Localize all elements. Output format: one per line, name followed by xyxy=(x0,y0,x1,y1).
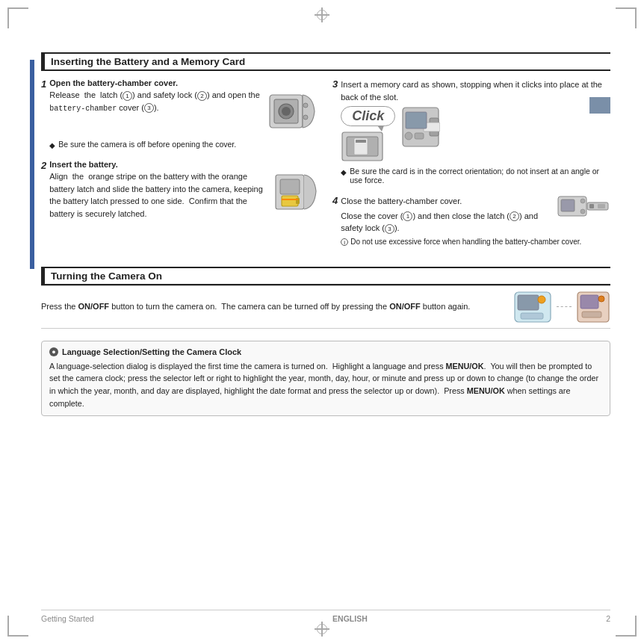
footer-center: ENGLISH xyxy=(332,614,368,623)
svg-rect-34 xyxy=(580,295,598,309)
step2-block: 2 Insert the battery. Align the orange s… xyxy=(41,160,319,220)
step1-camera-image xyxy=(268,89,319,137)
step4-circ3: 3 xyxy=(385,224,394,234)
step4-block: 4 Close the battery-chamber cover. Close… xyxy=(332,195,610,246)
left-accent-bar xyxy=(30,60,34,269)
section2-heading: Turning the Camera On xyxy=(45,268,168,284)
svg-rect-30 xyxy=(518,295,539,310)
col-right: 3 Insert a memory card as shown, stoppin… xyxy=(332,78,610,256)
step4-circ1: 1 xyxy=(403,211,412,221)
diamond-icon1: ◆ xyxy=(49,141,55,149)
step3-title: Insert a memory card as shown, stopping … xyxy=(341,78,610,103)
svg-rect-11 xyxy=(282,199,298,200)
info-box-body: A language-selection dialog is displayed… xyxy=(49,360,602,410)
svg-rect-8 xyxy=(280,179,300,194)
step2-text: Align the orange stripe on the battery w… xyxy=(49,170,268,220)
svg-point-3 xyxy=(282,107,291,116)
svg-rect-28 xyxy=(598,204,605,208)
corner-mark-bl xyxy=(7,616,28,637)
circ2: 2 xyxy=(197,91,207,101)
info-icon: ● xyxy=(49,347,58,356)
step3-visual: Click xyxy=(341,106,610,164)
svg-point-25 xyxy=(580,209,585,214)
onoff-bold1: ON/OFF xyxy=(78,302,110,311)
svg-point-20 xyxy=(405,132,412,140)
step2-title: Insert the battery. xyxy=(49,160,319,169)
svg-point-24 xyxy=(580,199,585,203)
footer: Getting Started ENGLISH 2 xyxy=(41,610,610,623)
step4-body: Close the cover (1) and then close the l… xyxy=(341,210,551,235)
svg-rect-15 xyxy=(356,140,366,143)
circ1: 1 xyxy=(123,91,132,101)
step1-text: Release the latch (1) and safety lock (2… xyxy=(49,89,262,114)
bottom-cross xyxy=(315,622,329,637)
section1-heading: Inserting the Battery and a Memory Card xyxy=(45,54,251,69)
svg-rect-19 xyxy=(406,112,427,129)
step1-title: Open the battery-chamber cover. xyxy=(49,78,319,87)
svg-point-5 xyxy=(303,103,308,108)
step4-title: Close the battery-chamber cover. xyxy=(341,195,551,208)
step1-number: 1 xyxy=(41,78,46,90)
turn-on-content: Press the ON/OFF button to turn the came… xyxy=(41,285,610,329)
step2-number: 2 xyxy=(41,160,46,171)
step1-block: 1 Open the battery-chamber cover. Releas… xyxy=(41,78,319,149)
svg-point-6 xyxy=(303,115,308,120)
onoff-bold2: ON/OFF xyxy=(389,302,421,311)
turn-on-section: Turning the Camera On Press the ON/OFF b… xyxy=(41,267,610,329)
footer-left: Getting Started xyxy=(41,614,94,623)
page-content: Inserting the Battery and a Memory Card … xyxy=(41,52,610,599)
svg-rect-21 xyxy=(415,133,424,139)
step1-bullet: ◆ Be sure the camera is off before openi… xyxy=(49,140,319,149)
battery-chamber-mono: battery-chamber xyxy=(49,105,117,113)
corner-mark-tl xyxy=(7,7,28,28)
diamond-icon3: ◆ xyxy=(341,168,347,176)
step2-battery-image xyxy=(274,170,319,215)
svg-point-35 xyxy=(598,296,604,302)
svg-rect-23 xyxy=(561,199,575,211)
step1-content: Release the latch (1) and safety lock (2… xyxy=(49,89,319,137)
step4-number: 4 xyxy=(332,195,338,206)
step4-circ2: 2 xyxy=(510,211,519,221)
steps-layout: 1 Open the battery-chamber cover. Releas… xyxy=(41,78,610,256)
footer-page: 2 xyxy=(606,614,610,623)
col-left: 1 Open the battery-chamber cover. Releas… xyxy=(41,78,319,256)
turn-on-text: Press the ON/OFF button to turn the came… xyxy=(41,300,504,314)
corner-mark-tr xyxy=(616,7,637,28)
step3-number: 3 xyxy=(332,78,338,90)
step2-content: Align the orange stripe on the battery w… xyxy=(49,170,319,220)
step3-block: 3 Insert a memory card as shown, stoppin… xyxy=(332,78,610,185)
svg-rect-9 xyxy=(282,196,298,206)
info-box-title: ● Language Selection/Setting the Camera … xyxy=(49,347,602,356)
circ3: 3 xyxy=(144,103,154,113)
click-bubble: Click xyxy=(341,106,395,126)
step4-note: i Do not use excessive force when handli… xyxy=(341,238,610,246)
corner-mark-br xyxy=(616,616,637,637)
step4-images xyxy=(557,195,610,217)
svg-rect-27 xyxy=(589,204,594,208)
turn-on-images xyxy=(513,291,610,323)
step3-bullet: ◆ Be sure the card is in the correct ori… xyxy=(341,167,610,185)
svg-point-31 xyxy=(538,296,545,303)
top-cross xyxy=(315,7,329,22)
small-circle-icon: i xyxy=(341,238,348,246)
svg-rect-32 xyxy=(521,313,543,319)
svg-rect-36 xyxy=(582,312,601,318)
info-box: ● Language Selection/Setting the Camera … xyxy=(41,341,610,417)
